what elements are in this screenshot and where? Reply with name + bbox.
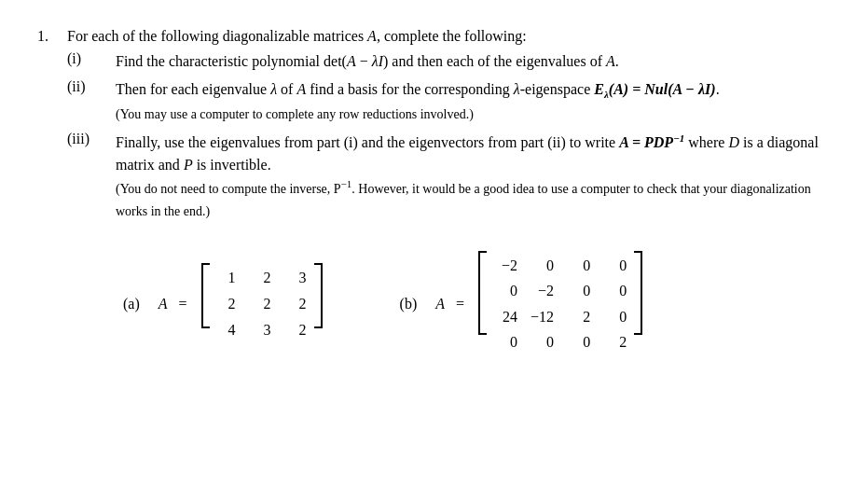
matrices-row: (a) A = 1 2 3 [67,250,831,358]
subpart-iii: (iii) Finally, use the eigenvalues from … [67,131,831,222]
matrix-b-var: A [435,296,445,312]
matrix-b-cell-11: −2 [530,279,554,303]
problem-container: 1. For each of the following diagonaliza… [37,28,831,358]
matrix-a-cell-10: 2 [217,292,236,316]
matrix-a-grid: 1 2 3 2 2 2 4 3 2 [214,262,310,345]
intro-A: A [367,28,377,44]
matrix-b-label: (b) [400,296,418,312]
subpart-ii-label: (ii) [67,78,101,125]
subpart-i-text: Find the characteristic polynomial det(A… [116,50,831,73]
matrix-b-cell-01: 0 [530,254,554,278]
matrix-a-left-bracket [199,262,214,329]
matrix-a-cell-21: 3 [253,318,271,342]
matrix-b-cell-21: −12 [530,305,554,329]
matrix-a-label: (a) [123,296,140,312]
subpart-ii: (ii) Then for each eigenvalue λ of A fin… [67,78,831,125]
matrix-b-cell-22: 2 [567,305,590,329]
intro-text: For each of the following diagonalizable… [67,28,527,44]
subpart-i: (i) Find the characteristic polynomial d… [67,50,831,73]
matrix-b-cell-23: 0 [603,305,627,329]
matrix-a-expr: (a) A = 1 2 3 [123,262,325,345]
matrix-a-cell-22: 2 [288,318,307,342]
matrix-b-cell-00: −2 [494,254,517,278]
subpart-ii-note: (You may use a computer to complete any … [116,107,474,121]
matrix-b-expr: (b) A = −2 0 0 0 [400,250,646,358]
matrix-a-cell-00: 1 [217,266,236,290]
matrix-a-cell-01: 2 [253,266,271,290]
subpart-iii-label: (iii) [67,131,101,222]
matrix-b-cell-31: 0 [530,330,554,354]
matrix-b-cell-03: 0 [603,254,627,278]
matrix-a-cell-11: 2 [253,292,271,316]
problem-intro: For each of the following diagonalizable… [67,28,831,358]
subparts-list: (i) Find the characteristic polynomial d… [67,50,831,222]
matrix-b-cell-30: 0 [494,330,517,354]
matrix-a-cell-12: 2 [288,292,307,316]
problem-row: 1. For each of the following diagonaliza… [37,28,831,358]
matrix-b-grid: −2 0 0 0 0 −2 0 0 24 −12 2 [490,250,630,358]
matrix-a-bracket: 1 2 3 2 2 2 4 3 2 [199,262,325,345]
problem-number-label: 1. [37,28,56,358]
matrix-b-bracket: −2 0 0 0 0 −2 0 0 24 −12 2 [475,250,645,358]
matrix-a-cell-02: 3 [288,266,307,290]
matrix-b-left-bracket [475,250,490,336]
matrix-b-cell-13: 0 [603,279,627,303]
matrix-b-cell-12: 0 [567,279,590,303]
matrix-b-cell-33: 2 [603,330,627,354]
matrix-a-var: A [158,296,168,312]
matrix-b-cell-32: 0 [567,330,590,354]
subpart-ii-text: Then for each eigenvalue λ of A find a b… [116,78,831,125]
matrix-a-eq: = [179,296,187,312]
matrix-b-cell-10: 0 [494,279,517,303]
matrix-b-right-bracket [630,250,645,336]
subpart-i-label: (i) [67,50,101,73]
matrix-b-eq: = [456,296,464,312]
matrix-b-cell-02: 0 [567,254,590,278]
subpart-iii-text: Finally, use the eigenvalues from part (… [116,131,831,222]
matrix-a-cell-20: 4 [217,318,236,342]
matrix-a-right-bracket [310,262,325,329]
matrix-b-cell-20: 24 [494,305,517,329]
subpart-iii-note: (You do not need to compute the inverse,… [116,182,811,218]
